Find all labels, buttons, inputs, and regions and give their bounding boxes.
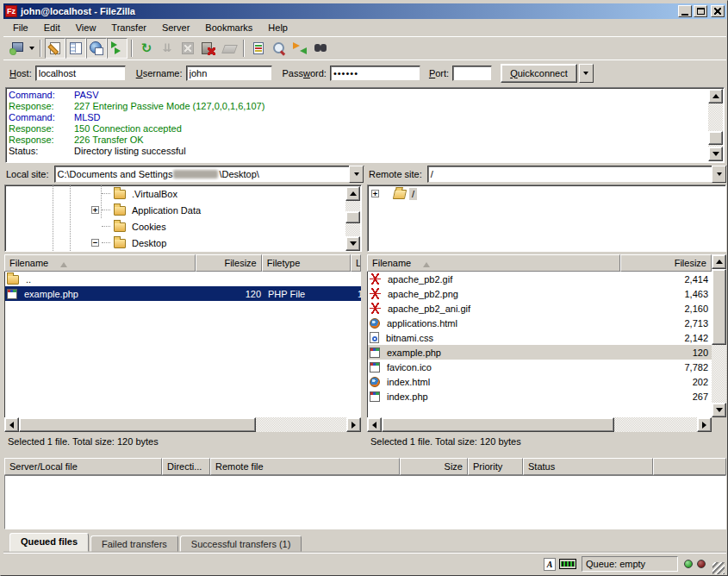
file-row[interactable]: apache_pb2.gif2,414 [368,272,712,286]
folder-icon [114,190,126,199]
refresh-button[interactable]: ↻ [136,38,157,59]
expander-icon[interactable] [91,206,99,214]
tree-item[interactable]: Desktop [91,235,361,251]
remote-site-dropdown[interactable] [712,166,726,183]
queue-list[interactable] [4,475,726,529]
scroll-left-button[interactable] [367,417,382,432]
local-list-hscrollbar[interactable] [4,417,361,432]
site-manager-dropdown[interactable] [27,39,36,58]
port-label: Port: [429,68,449,78]
reconnect-button[interactable] [219,38,240,59]
toggle-local-tree-button[interactable] [65,38,86,59]
scroll-right-button[interactable] [346,417,361,432]
maximize-icon [697,8,705,15]
data-type-ascii-icon[interactable]: A [544,558,556,571]
file-row[interactable]: apache_pb2_ani.gif2,160 [368,301,712,316]
scroll-left-button[interactable] [4,417,19,432]
tab-successful-transfers[interactable]: Successful transfers (1) [180,535,302,552]
tree-item[interactable]: / [368,185,725,202]
remote-list-hscrollbar[interactable] [367,417,712,432]
expander-icon[interactable] [371,190,379,197]
maximize-button[interactable] [694,5,707,17]
remote-site-combobox[interactable]: / [427,166,727,183]
menu-bookmarks[interactable]: Bookmarks [197,21,260,34]
scroll-down-button[interactable] [712,403,726,417]
toggle-transfer-queue-button[interactable] [107,38,128,59]
compare-directories-button[interactable] [269,38,289,59]
minimize-button[interactable] [678,5,692,17]
column-header-filename[interactable]: Filename [367,254,620,272]
password-label: Password: [283,68,327,78]
quickconnect-button[interactable]: Quickconnect [501,64,577,83]
local-site-combobox[interactable]: C:\Documents and Settings\Desktop\ [54,166,364,183]
scrollbar-thumb[interactable] [712,269,726,345]
local-tree-scrollbar[interactable] [345,186,360,251]
column-header-priority[interactable]: Priority [468,458,523,475]
file-row-selected[interactable]: example.php 120 PHP File 1 [5,286,361,301]
menu-help[interactable]: Help [260,21,296,34]
scroll-right-button[interactable] [697,417,712,432]
disconnect-button[interactable] [198,38,219,59]
remote-list-scrollbar[interactable] [712,254,726,417]
file-row[interactable]: bitnami.css2,142 [368,330,712,345]
tab-queued-files[interactable]: Queued files [9,533,89,552]
column-header-filesize[interactable]: Filesize [620,254,712,272]
column-header-status[interactable]: Status [523,458,653,475]
column-header-remote-file[interactable]: Remote file [210,458,400,475]
scroll-up-button[interactable] [712,254,726,269]
synchronized-browsing-button[interactable] [289,38,310,59]
file-row[interactable]: favicon.ico7,782 [368,360,712,374]
column-header-direction[interactable]: Directi... [162,458,210,475]
toggle-remote-tree-button[interactable] [86,38,107,59]
tree-item[interactable]: .VirtualBox [91,185,361,202]
file-row[interactable]: applications.html2,713 [368,316,712,330]
file-row[interactable]: index.php267 [368,389,712,404]
close-button[interactable] [711,5,725,17]
column-header-filename[interactable]: Filename [4,254,196,272]
scroll-up-button[interactable] [708,89,723,103]
tree-item[interactable]: Application Data [91,202,361,218]
host-input[interactable] [35,66,126,81]
quickconnect-dropdown[interactable] [579,64,594,83]
log-scrollbar[interactable] [708,89,723,161]
scrollbar-thumb[interactable] [345,211,360,223]
resize-grip[interactable] [712,562,725,574]
column-header-size[interactable]: Size [400,458,468,475]
password-input[interactable] [330,66,420,81]
directory-listing-filters-button[interactable] [248,38,269,59]
local-site-dropdown[interactable] [349,166,364,183]
site-manager-button[interactable] [6,38,27,59]
process-queue-button[interactable]: ⇊ [157,38,177,59]
scroll-down-button[interactable] [345,236,360,251]
file-row[interactable]: index.html202 [368,374,712,389]
menu-transfer[interactable]: Transfer [103,21,154,34]
scrollbar-thumb[interactable] [19,417,256,432]
file-row-highlighted[interactable]: example.php120 [368,345,712,360]
menu-view[interactable]: View [68,21,104,34]
scrollbar-thumb[interactable] [708,131,723,145]
app-icon[interactable]: Fz [5,5,17,17]
find-files-button[interactable] [310,38,331,59]
file-row[interactable]: .. [5,272,361,286]
file-row[interactable]: apache_pb2.png1,463 [368,286,712,301]
column-header-server-local-file[interactable]: Server/Local file [4,458,162,475]
expander-icon[interactable] [91,239,99,247]
scrollbar-thumb[interactable] [382,417,614,432]
menu-server[interactable]: Server [154,21,197,34]
speed-limit-icon[interactable] [559,559,576,569]
tree-item[interactable]: Cookies [91,218,361,235]
column-header-lastmodified[interactable]: L [351,254,361,272]
pane-splitter[interactable] [363,165,366,450]
scroll-up-button[interactable] [345,186,360,201]
port-input[interactable] [452,66,492,81]
php-file-icon [370,347,380,358]
column-header-filetype[interactable]: Filetype [262,254,351,272]
username-input[interactable] [186,66,272,81]
cancel-operation-button[interactable] [177,38,198,59]
menu-edit[interactable]: Edit [36,21,68,34]
scroll-down-button[interactable] [708,147,723,161]
tab-failed-transfers[interactable]: Failed transfers [90,535,178,552]
column-header-filesize[interactable]: Filesize [196,254,261,272]
menu-file[interactable]: File [5,21,36,34]
toggle-message-log-button[interactable] [45,38,65,59]
